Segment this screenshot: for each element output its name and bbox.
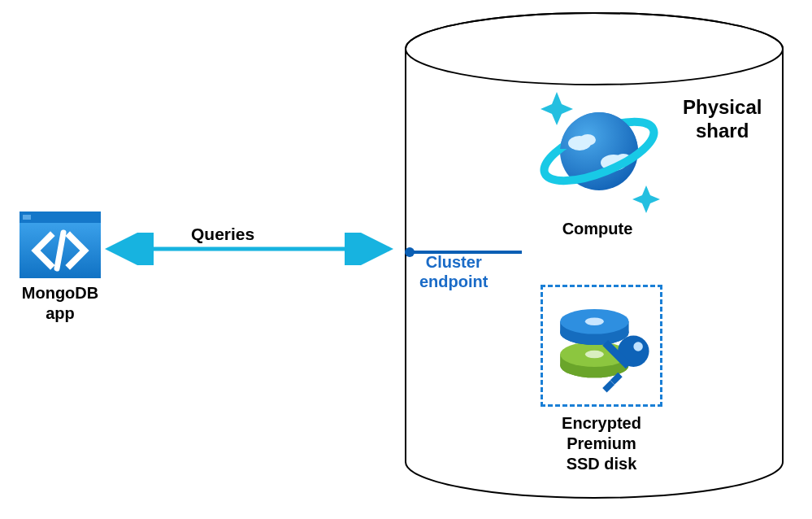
compute-node: Compute bbox=[520, 88, 675, 238]
svg-point-17 bbox=[580, 134, 596, 146]
disk-key-icon bbox=[543, 287, 660, 404]
encrypted-disk-box bbox=[541, 285, 662, 407]
svg-point-27 bbox=[633, 342, 643, 351]
cluster-endpoint-label: Cluster endpoint bbox=[419, 252, 488, 291]
mongodb-app-node: MongoDB app bbox=[20, 212, 101, 324]
queries-label: Queries bbox=[191, 225, 254, 244]
svg-rect-1 bbox=[23, 215, 31, 220]
physical-shard-title: Physical shard bbox=[683, 96, 762, 143]
disk-label-line3: SSD disk bbox=[567, 455, 637, 473]
mongodb-app-label-line2: app bbox=[46, 304, 75, 322]
mongodb-app-label-line1: MongoDB bbox=[22, 284, 98, 302]
svg-point-25 bbox=[585, 317, 604, 325]
svg-point-22 bbox=[585, 351, 604, 359]
cosmos-compute-icon bbox=[532, 88, 662, 218]
code-app-icon bbox=[20, 212, 101, 278]
disk-label-line1: Encrypted bbox=[562, 414, 641, 432]
disk-label-line2: Premium bbox=[567, 434, 636, 452]
cluster-endpoint-label-line2: endpoint bbox=[419, 273, 488, 290]
encrypted-disk-node: Encrypted Premium SSD disk bbox=[536, 285, 667, 474]
svg-rect-0 bbox=[20, 212, 101, 223]
svg-point-19 bbox=[405, 247, 415, 257]
encrypted-disk-label: Encrypted Premium SSD disk bbox=[536, 413, 667, 474]
mongodb-app-label: MongoDB app bbox=[20, 283, 101, 324]
physical-shard-title-line1: Physical bbox=[683, 96, 762, 118]
compute-label: Compute bbox=[520, 220, 675, 238]
physical-shard-title-line2: shard bbox=[696, 120, 749, 142]
cluster-endpoint-label-line1: Cluster bbox=[426, 253, 482, 271]
